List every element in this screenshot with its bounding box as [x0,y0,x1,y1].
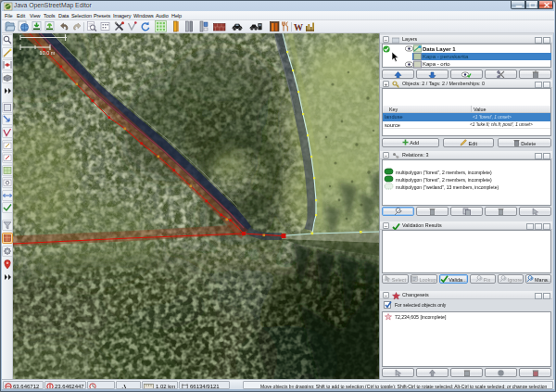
svg-text:W: W [294,22,303,32]
svg-text:10.0 m: 10.0 m [40,50,56,56]
